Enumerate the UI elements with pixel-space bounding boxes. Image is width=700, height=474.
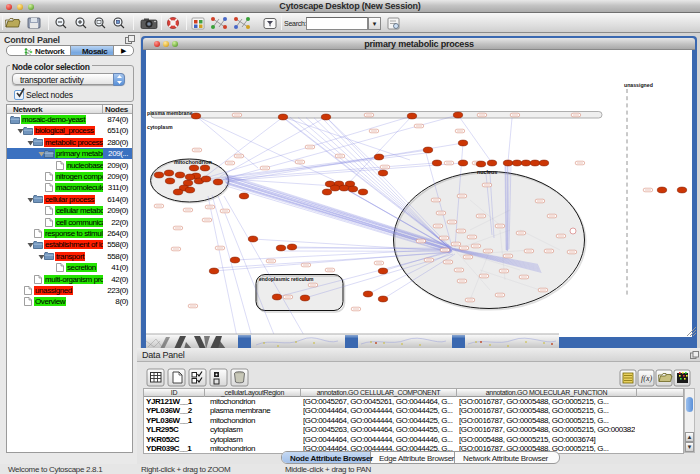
svg-text:unassigned: unassigned	[624, 82, 653, 88]
svg-text:nucleus: nucleus	[477, 169, 497, 175]
svg-text:f(x): f(x)	[641, 374, 652, 383]
svg-text:endoplasmic reticulum: endoplasmic reticulum	[259, 276, 314, 282]
svg-text:plasma membrane: plasma membrane	[147, 110, 193, 116]
svg-text:mitochondrion: mitochondrion	[174, 159, 212, 165]
svg-text:cytoplasm: cytoplasm	[147, 124, 173, 130]
